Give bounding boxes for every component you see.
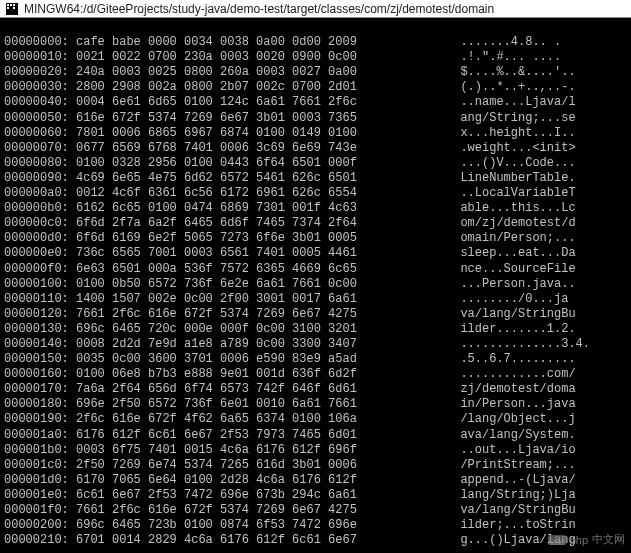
hex-ascii: .5..6.7......... [446,352,627,367]
hex-row: 000001d0: 6170 7065 6e64 0100 2d28 4c6a … [4,473,627,488]
hex-offset: 00000000: [4,35,76,50]
hex-offset: 00000100: [4,277,76,292]
hex-offset: 00000190: [4,412,76,427]
hex-offset: 00000050: [4,111,76,126]
hex-row: 000000d0: 6f6d 6169 6e2f 5065 7273 6f6e … [4,231,627,246]
hex-row: 00000030: 2800 2908 002a 0800 2b07 002c … [4,80,627,95]
hex-bytes: 6c61 6e67 2f53 7472 696e 673b 294c 6a61 [76,488,446,503]
hex-offset: 00000060: [4,126,76,141]
hex-row: 00000050: 616e 672f 5374 7269 6e67 3b01 … [4,111,627,126]
hex-offset: 000001f0: [4,503,76,518]
hex-ascii: g...()Ljava/lang [446,533,627,548]
hex-row: 00000080: 0100 0328 2956 0100 0443 6f64 … [4,156,627,171]
hex-ascii: ......../0...ja [446,292,627,307]
hex-offset: 000000e0: [4,246,76,261]
hex-bytes: 0100 0b50 6572 736f 6e2e 6a61 7661 0c00 [76,277,446,292]
hex-row: 000000f0: 6e63 6501 000a 536f 7572 6365 … [4,262,627,277]
hex-row: 00000140: 0008 2d2d 7e9d a1e8 a789 0c00 … [4,337,627,352]
hex-ascii: in/Person...java [446,397,627,412]
hex-bytes: 0008 2d2d 7e9d a1e8 a789 0c00 3300 3407 [76,337,446,352]
hex-offset: 00000160: [4,367,76,382]
hex-bytes: 7661 2f6c 616e 672f 5374 7269 6e67 4275 [76,307,446,322]
hex-bytes: 0677 6569 6768 7401 0006 3c69 6e69 743e [76,141,446,156]
hex-row: 00000170: 7a6a 2f64 656d 6f74 6573 742f … [4,382,627,397]
hex-offset: 00000150: [4,352,76,367]
hex-bytes: 0021 0022 0700 230a 0003 0020 0900 0c00 [76,50,446,65]
hex-offset: 00000140: [4,337,76,352]
hex-offset: 00000180: [4,397,76,412]
hex-row: 000001e0: 6c61 6e67 2f53 7472 696e 673b … [4,488,627,503]
hex-ascii: append..-(Ljava/ [446,473,627,488]
title-prefix: MINGW64 [24,2,80,16]
hex-bytes: 0100 0328 2956 0100 0443 6f64 6501 000f [76,156,446,171]
hex-bytes: 2f50 7269 6e74 5374 7265 616d 3b01 0006 [76,458,446,473]
hex-row: 00000040: 0004 6e61 6d65 0100 124c 6a61 … [4,95,627,110]
hex-row: 00000070: 0677 6569 6768 7401 0006 3c69 … [4,141,627,156]
svg-rect-5 [13,7,15,9]
hex-bytes: 696e 2f50 6572 736f 6e01 0010 6a61 7661 [76,397,446,412]
title-path: :/d/GiteeProjects/study-java/demo-test/t… [80,2,494,16]
hex-bytes: 0004 6e61 6d65 0100 124c 6a61 7661 2f6c [76,95,446,110]
hex-row: 00000150: 0035 0c00 3600 3701 0006 e590 … [4,352,627,367]
hex-ascii: ............com/ [446,367,627,382]
hex-row: 00000190: 2f6c 616e 672f 4f62 6a65 6374 … [4,412,627,427]
hex-offset: 000001b0: [4,443,76,458]
hex-row: 000000c0: 6f6d 2f7a 6a2f 6465 6d6f 7465 … [4,216,627,231]
hex-ascii: zj/demotest/doma [446,382,627,397]
hex-row: 000001a0: 6176 612f 6c61 6e67 2f53 7973 … [4,428,627,443]
hex-row: 00000060: 7801 0006 6865 6967 6874 0100 … [4,126,627,141]
hex-row: 000001f0: 7661 2f6c 616e 672f 5374 7269 … [4,503,627,518]
hex-offset: 000001c0: [4,458,76,473]
hex-bytes: 4c69 6e65 4e75 6d62 6572 5461 626c 6501 [76,171,446,186]
hex-offset: 000000f0: [4,262,76,277]
hex-offset: 00000040: [4,95,76,110]
hex-row: 00000090: 4c69 6e65 4e75 6d62 6572 5461 … [4,171,627,186]
hex-row: 00000210: 6701 0014 2829 4c6a 6176 612f … [4,533,627,548]
hex-ascii: able...this...Lc [446,201,627,216]
hex-offset: 00000030: [4,80,76,95]
hex-ascii: ..out...Ljava/io [446,443,627,458]
hex-row: 00000000: cafe babe 0000 0034 0038 0a00 … [4,35,627,50]
hex-row: 00000200: 696c 6465 723b 0100 0874 6f53 … [4,518,627,533]
hex-row: 000000e0: 736c 6565 7001 0003 6561 7401 … [4,246,627,261]
title-bar[interactable]: MINGW64 :/d/GiteeProjects/study-java/dem… [0,0,631,18]
hex-row: 000000b0: 6162 6c65 0100 0474 6869 7301 … [4,201,627,216]
hex-ascii: .......4.8.. . [446,35,627,50]
hex-ascii: ...()V...Code... [446,156,627,171]
hex-row: 00000120: 7661 2f6c 616e 672f 5374 7269 … [4,307,627,322]
hex-offset: 00000170: [4,382,76,397]
hex-ascii: (.)..*..+..,..-. [446,80,627,95]
hex-bytes: 616e 672f 5374 7269 6e67 3b01 0003 7365 [76,111,446,126]
hex-ascii: ..............3.4. [446,337,627,352]
hex-ascii: ava/lang/System. [446,428,627,443]
hex-ascii: .weight...<init> [446,141,627,156]
hex-bytes: 6f6d 6169 6e2f 5065 7273 6f6e 3b01 0005 [76,231,446,246]
svg-rect-1 [7,4,9,6]
hex-bytes: 6701 0014 2829 4c6a 6176 612f 6c61 6e67 [76,533,446,548]
hex-offset: 000001d0: [4,473,76,488]
hex-row: 00000180: 696e 2f50 6572 736f 6e01 0010 … [4,397,627,412]
hex-offset: 00000070: [4,141,76,156]
mingw-icon [4,1,20,17]
hex-ascii: x...height...I.. [446,126,627,141]
hex-bytes: 6170 7065 6e64 0100 2d28 4c6a 6176 612f [76,473,446,488]
hex-bytes: 6f6d 2f7a 6a2f 6465 6d6f 7465 7374 2f64 [76,216,446,231]
hex-bytes: 696c 6465 723b 0100 0874 6f53 7472 696e [76,518,446,533]
hex-bytes: 7a6a 2f64 656d 6f74 6573 742f 646f 6d61 [76,382,446,397]
hex-offset: 000001e0: [4,488,76,503]
hex-ascii: ..name...Ljava/l [446,95,627,110]
hex-bytes: 7801 0006 6865 6967 6874 0100 0149 0100 [76,126,446,141]
hex-dump-view[interactable]: 00000000: cafe babe 0000 0034 0038 0a00 … [0,18,631,548]
hex-row: 00000100: 0100 0b50 6572 736f 6e2e 6a61 … [4,277,627,292]
hex-ascii: va/lang/StringBu [446,307,627,322]
svg-rect-4 [7,7,9,9]
hex-row: 000001c0: 2f50 7269 6e74 5374 7265 616d … [4,458,627,473]
hex-ascii: sleep...eat...Da [446,246,627,261]
hex-row: 00000130: 696c 6465 720c 000e 000f 0c00 … [4,322,627,337]
hex-bytes: cafe babe 0000 0034 0038 0a00 0d00 2009 [76,35,446,50]
hex-bytes: 0012 4c6f 6361 6c56 6172 6961 626c 6554 [76,186,446,201]
hex-ascii: va/lang/StringBu [446,503,627,518]
hex-row: 00000020: 240a 0003 0025 0800 260a 0003 … [4,65,627,80]
hex-ascii: ang/String;...se [446,111,627,126]
hex-bytes: 2f6c 616e 672f 4f62 6a65 6374 0100 106a [76,412,446,427]
